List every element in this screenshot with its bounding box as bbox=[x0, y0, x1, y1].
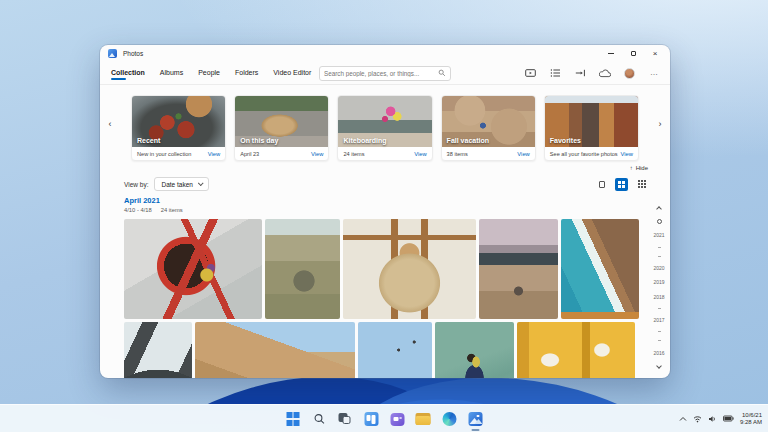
app-menubar: Collection Albums People Folders Video E… bbox=[100, 62, 670, 85]
card-view-link[interactable]: View bbox=[621, 151, 633, 157]
chat-icon bbox=[390, 413, 404, 426]
timeline-tick bbox=[658, 247, 661, 248]
photo-desert-rock-ridge[interactable] bbox=[195, 322, 355, 378]
card-caption: 24 items bbox=[343, 151, 364, 157]
photo-yellow-palace-walls[interactable] bbox=[517, 322, 635, 378]
timeline-position-marker[interactable] bbox=[657, 219, 662, 224]
timeline-down-icon[interactable] bbox=[656, 363, 662, 369]
tab-albums[interactable]: Albums bbox=[159, 65, 184, 82]
card-title: Favorites bbox=[550, 137, 581, 144]
card-view-link[interactable]: View bbox=[517, 151, 529, 157]
timeline-year[interactable]: 2019 bbox=[653, 279, 664, 285]
tab-folders[interactable]: Folders bbox=[234, 65, 259, 82]
card-view-link[interactable]: View bbox=[414, 151, 426, 157]
tab-people[interactable]: People bbox=[197, 65, 221, 82]
dense-grid-view-button[interactable] bbox=[635, 178, 648, 191]
timeline-tick bbox=[658, 256, 661, 257]
card-view-link[interactable]: View bbox=[208, 151, 220, 157]
see-more-icon[interactable]: … bbox=[648, 67, 660, 79]
card-view-link[interactable]: View bbox=[311, 151, 323, 157]
battery-icon[interactable] bbox=[723, 415, 734, 422]
timeline-up-icon[interactable] bbox=[656, 206, 662, 212]
view-by-label: View by: bbox=[124, 181, 148, 188]
photo-city-aerial-view[interactable] bbox=[265, 219, 340, 319]
photo-eiffel-tower-from-below[interactable] bbox=[124, 322, 192, 378]
taskbar: 10/6/21 9:28 AM bbox=[0, 404, 768, 432]
search-box[interactable] bbox=[319, 66, 451, 81]
hide-label: Hide bbox=[636, 165, 648, 171]
photos-app-window: Photos × Collection Albums People Folder… bbox=[100, 45, 670, 378]
chat-button[interactable] bbox=[389, 408, 406, 430]
timeline-year[interactable]: 2017 bbox=[653, 317, 664, 323]
account-avatar[interactable] bbox=[624, 68, 635, 79]
photo-red-carousel-top-view[interactable] bbox=[124, 219, 262, 319]
photo-star-sculpture-kites[interactable] bbox=[358, 322, 432, 378]
month-section-header: April 2021 4/10 - 4/18 24 items bbox=[100, 194, 670, 216]
start-button[interactable] bbox=[285, 408, 302, 430]
card-caption: 38 items bbox=[447, 151, 468, 157]
search-input[interactable] bbox=[324, 70, 438, 77]
system-tray: 10/6/21 9:28 AM bbox=[679, 412, 762, 426]
tray-time: 9:28 AM bbox=[740, 419, 762, 426]
titlebar: Photos × bbox=[100, 45, 670, 62]
dropdown-value: Date taken bbox=[161, 181, 192, 188]
file-explorer-icon bbox=[416, 413, 431, 425]
card-favorites-photo: Favorites bbox=[545, 96, 638, 147]
windows-start-icon bbox=[286, 412, 300, 426]
grid-row-2 bbox=[124, 322, 642, 378]
date-taken-dropdown[interactable]: Date taken bbox=[154, 177, 208, 191]
card-kiteboarding-photo: Kiteboarding bbox=[338, 96, 431, 147]
photos-app-icon bbox=[468, 412, 482, 426]
photo-swimmer-green-water[interactable] bbox=[435, 322, 514, 378]
timeline-year[interactable]: 2020 bbox=[653, 265, 664, 271]
file-explorer-button[interactable] bbox=[415, 408, 432, 430]
view-controls-row: View by: Date taken bbox=[100, 174, 670, 194]
photo-puppy-on-chair[interactable] bbox=[343, 219, 476, 319]
taskbar-search-button[interactable] bbox=[311, 408, 328, 430]
volume-icon[interactable] bbox=[708, 415, 717, 423]
tray-date: 10/6/21 bbox=[740, 412, 762, 419]
task-view-button[interactable] bbox=[337, 408, 354, 430]
photo-rocky-shore-crowd[interactable] bbox=[479, 219, 558, 319]
card-kiteboarding[interactable]: Kiteboarding 24 items View bbox=[337, 95, 432, 161]
taskbar-apps bbox=[285, 405, 484, 432]
grid-view-button-selected[interactable] bbox=[615, 178, 628, 191]
photo-coastal-cliffs-surf[interactable] bbox=[561, 219, 639, 319]
edge-button[interactable] bbox=[441, 408, 458, 430]
carousel-prev-button[interactable]: ‹ bbox=[105, 119, 115, 129]
card-favorites[interactable]: Favorites See all your favorite photos V… bbox=[544, 95, 639, 161]
card-title: Kiteboarding bbox=[343, 137, 386, 144]
select-icon[interactable] bbox=[549, 67, 561, 79]
nav-tabs: Collection Albums People Folders Video E… bbox=[110, 65, 312, 82]
photos-app-icon bbox=[108, 49, 117, 58]
widgets-button[interactable] bbox=[363, 408, 380, 430]
desktop: Photos × Collection Albums People Folder… bbox=[0, 0, 768, 432]
tab-video-editor[interactable]: Video Editor bbox=[272, 65, 312, 82]
timeline-year[interactable]: 2021 bbox=[653, 232, 664, 238]
photos-taskbar-button[interactable] bbox=[467, 408, 484, 430]
timeline-year[interactable]: 2018 bbox=[653, 294, 664, 300]
maximize-icon bbox=[631, 51, 636, 56]
carousel-cards: Recent New in your collection View On th… bbox=[131, 95, 639, 161]
slideshow-icon[interactable] bbox=[524, 67, 536, 79]
taskbar-clock[interactable]: 10/6/21 9:28 AM bbox=[740, 412, 762, 426]
card-caption: New in your collection bbox=[137, 151, 191, 157]
month-title[interactable]: April 2021 bbox=[124, 196, 670, 205]
import-icon[interactable] bbox=[574, 67, 586, 79]
card-fall-vacation[interactable]: Fall vacation 38 items View bbox=[441, 95, 536, 161]
single-view-button[interactable] bbox=[595, 178, 608, 191]
hide-carousel-link[interactable]: ↑ Hide bbox=[100, 161, 670, 174]
tab-collection[interactable]: Collection bbox=[110, 65, 146, 82]
timeline-year[interactable]: 2016 bbox=[653, 350, 664, 356]
carousel-next-button[interactable]: › bbox=[655, 119, 665, 129]
maximize-button[interactable] bbox=[626, 48, 640, 59]
wifi-icon[interactable] bbox=[693, 415, 702, 423]
minimize-button[interactable] bbox=[604, 48, 618, 59]
window-title: Photos bbox=[123, 50, 143, 57]
card-on-this-day[interactable]: On this day April 23 View bbox=[234, 95, 329, 161]
card-recent[interactable]: Recent New in your collection View bbox=[131, 95, 226, 161]
close-button[interactable]: × bbox=[648, 48, 662, 59]
card-title: On this day bbox=[240, 137, 278, 144]
tray-chevron-up-icon[interactable] bbox=[679, 416, 687, 422]
onedrive-cloud-icon[interactable] bbox=[599, 67, 611, 79]
